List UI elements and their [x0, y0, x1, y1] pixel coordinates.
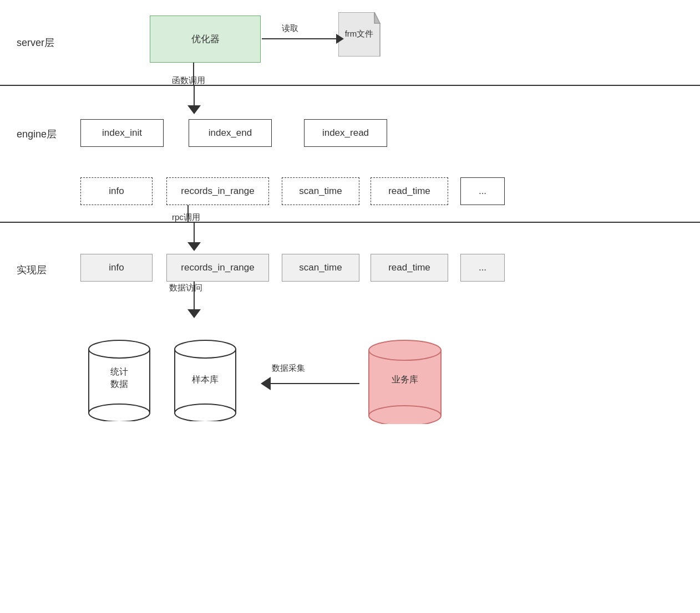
dashed-more-box: ... — [460, 177, 505, 205]
svg-point-6 — [175, 340, 236, 358]
svg-point-3 — [89, 340, 150, 358]
impl-read-label: read_time — [388, 262, 430, 273]
sample-cylinder: 样本库 — [172, 333, 239, 421]
collect-label: 数据采集 — [272, 363, 305, 374]
svg-marker-1 — [374, 12, 380, 23]
svg-point-9 — [369, 340, 441, 360]
impl-read-box: read_time — [371, 254, 448, 282]
svg-point-10 — [369, 406, 441, 424]
dashed-scan-label: scan_time — [299, 186, 342, 197]
dashed-info-box: info — [80, 177, 153, 205]
dashed-more-label: ... — [479, 186, 486, 197]
dashed-scan-box: scan_time — [282, 177, 359, 205]
impl-records-label: records_in_range — [181, 262, 254, 273]
dashed-read-label: read_time — [388, 186, 430, 197]
collect-arrow — [261, 377, 359, 390]
frm-document: frm文件 — [338, 12, 388, 57]
data-access-label: 数据访问 — [169, 283, 202, 293]
main-diagram: server层 优化器 frm文件 读取 函数调用 engine层 index_… — [0, 0, 700, 613]
stats-label: 统计数据 — [86, 366, 153, 391]
read-label: 读取 — [282, 23, 298, 34]
stats-cylinder: 统计数据 — [86, 333, 153, 421]
server-layer-label: server层 — [17, 36, 54, 49]
impl-records-box: records_in_range — [166, 254, 269, 282]
impl-more-label: ... — [479, 262, 486, 273]
separator-2 — [0, 222, 700, 223]
index-end-label: index_end — [209, 127, 252, 139]
engine-layer-label: engine层 — [17, 127, 57, 141]
impl-scan-label: scan_time — [299, 262, 342, 273]
impl-layer-label: 实现层 — [17, 263, 47, 277]
dashed-read-box: read_time — [371, 177, 448, 205]
impl-more-box: ... — [460, 254, 505, 282]
index-init-box: index_init — [80, 119, 164, 147]
impl-info-label: info — [109, 262, 124, 273]
sample-label: 样本库 — [172, 374, 239, 386]
rpc-label: rpc调用 — [172, 212, 200, 223]
svg-point-4 — [89, 404, 150, 421]
svg-point-7 — [175, 404, 236, 421]
impl-info-box: info — [80, 254, 153, 282]
read-arrow — [262, 34, 344, 44]
index-end-box: index_end — [189, 119, 272, 147]
func-call-label: 函数调用 — [172, 75, 205, 86]
index-read-label: index_read — [322, 127, 369, 139]
separator-1 — [0, 85, 700, 86]
dashed-records-label: records_in_range — [181, 186, 254, 197]
optimizer-box: 优化器 — [150, 16, 261, 63]
dashed-info-label: info — [109, 186, 124, 197]
dashed-records-box: records_in_range — [166, 177, 269, 205]
frm-label: frm文件 — [338, 29, 380, 39]
index-init-label: index_init — [102, 127, 142, 139]
index-read-box: index_read — [304, 119, 387, 147]
business-cylinder: 业务库 — [366, 333, 444, 424]
impl-scan-box: scan_time — [282, 254, 359, 282]
down-arrow-1 — [187, 86, 201, 114]
business-label: 业务库 — [366, 374, 444, 386]
optimizer-label: 优化器 — [191, 33, 220, 45]
down-arrow-3 — [187, 223, 201, 251]
